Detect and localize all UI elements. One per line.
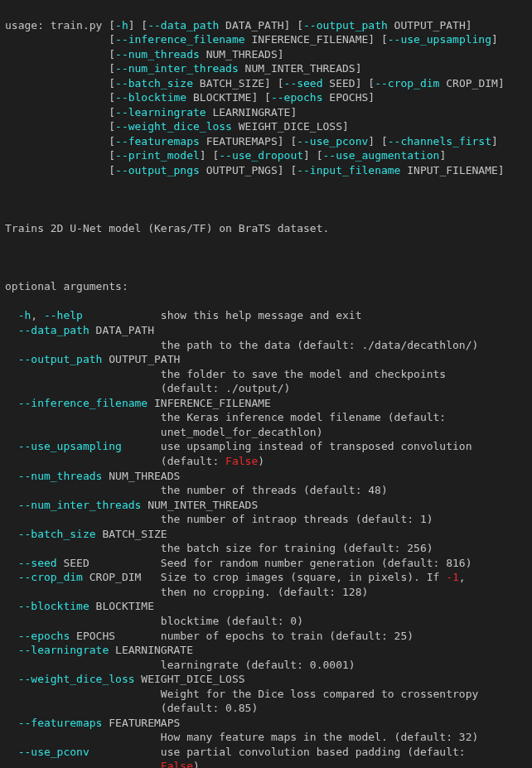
cli-flag: --num_inter_threads	[115, 62, 239, 75]
arg-row: --featuremaps FEATUREMAPS	[5, 716, 527, 731]
arg-flag-column: --num_inter_threads NUM_INTER_THREADS	[5, 498, 161, 513]
cli-text: LEARNINGRATE]	[206, 106, 297, 118]
cli-text: the Keras inference model filename (defa…	[161, 411, 452, 438]
usage-indent	[5, 134, 109, 149]
usage-indent	[5, 32, 109, 47]
usage-indent	[5, 119, 109, 134]
cli-flag: --inference_filename	[115, 33, 245, 46]
cli-flag: --help	[44, 309, 83, 321]
arg-flag-column: --use_upsampling	[5, 439, 161, 454]
arg-desc-row: learningrate (default: 0.0001)	[5, 658, 527, 673]
arg-description: blocktime (default: 0)	[161, 614, 485, 629]
arg-description: Size to crop images (square, in pixels).…	[161, 570, 485, 599]
arg-description: the number of intraop threads (default: …	[161, 512, 485, 527]
cli-flag: --crop_dim	[18, 571, 83, 583]
arg-flag-column: --weight_dice_loss WEIGHT_DICE_LOSS	[5, 672, 161, 687]
optional-arguments: -h, --helpshow this help message and exi…	[5, 308, 527, 768]
cli-flag: -h	[18, 309, 31, 321]
arg-flag-column: --inference_filename INFERENCE_FILENAME	[5, 396, 161, 411]
arg-row: --crop_dim CROP_DIMSize to crop images (…	[5, 570, 527, 599]
cli-text: SEED] [	[323, 77, 375, 89]
cli-flag: --data_path	[148, 19, 219, 31]
cli-flag: --weight_dice_loss	[18, 673, 135, 685]
cli-flag: --use_upsampling	[18, 440, 122, 452]
cli-flag: --num_threads	[115, 48, 200, 60]
cli-flag: --num_inter_threads	[18, 499, 142, 511]
description-line: Trains 2D U-Net model (Keras/TF) on BraT…	[5, 221, 527, 236]
cli-text: INFERENCE_FILENAME] [	[245, 33, 388, 46]
arg-row: --weight_dice_loss WEIGHT_DICE_LOSS	[5, 672, 527, 687]
arg-desc-row: the Keras inference model filename (defa…	[5, 410, 527, 439]
cli-text: ] [	[303, 149, 322, 162]
arg-flag-column: --data_path DATA_PATH	[5, 323, 161, 338]
arg-desc-row: the number of threads (default: 48)	[5, 483, 527, 498]
arg-flag-column: --learningrate LEARNINGRATE	[5, 643, 161, 658]
cli-text: EPOCHS]	[323, 91, 375, 104]
section-header: optional arguments:	[5, 279, 527, 294]
arg-desc-row: the path to the data (default: ./data/de…	[5, 338, 527, 353]
cli-flag: --blocktime	[115, 91, 186, 104]
usage-line: [--output_pngs OUTPUT_PNGS] [--input_fil…	[5, 163, 527, 178]
arg-description: number of epochs to train (default: 25)	[161, 629, 485, 644]
cli-flag: -h	[115, 19, 128, 31]
arg-flag-column: --batch_size BATCH_SIZE	[5, 527, 161, 542]
cli-text: blocktime (default: 0)	[161, 615, 303, 627]
cli-text: How many feature maps in the model. (def…	[161, 731, 479, 743]
cli-text: learningrate (default: 0.0001)	[161, 659, 355, 671]
cli-text: [	[109, 77, 115, 89]
cli-text: CROP_DIM]	[439, 77, 504, 89]
arg-row: --use_upsamplinguse upsampling instead o…	[5, 439, 527, 468]
arg-desc-row: Weight for the Dice loss compared to cro…	[5, 687, 527, 716]
cli-flag: --epochs	[18, 630, 70, 642]
blank-line	[5, 192, 527, 207]
cli-flag: --seed	[18, 557, 57, 569]
cli-text: DATA_PATH] [	[219, 19, 303, 31]
cli-text: )	[193, 760, 200, 768]
cli-flag: --learningrate	[115, 106, 206, 118]
arg-flag-column: --use_pconv	[5, 745, 161, 760]
cli-flag: --output_pngs	[115, 164, 200, 176]
cli-text: ] [	[368, 135, 387, 147]
cli-text: [	[109, 135, 115, 147]
usage-indent	[5, 90, 109, 105]
arg-row: --blocktime BLOCKTIME	[5, 599, 527, 614]
arg-flag-column: --crop_dim CROP_DIM	[5, 570, 161, 585]
blank-line	[5, 250, 527, 265]
cli-flag: --use_pconv	[18, 746, 89, 758]
cli-flag: --output_path	[303, 19, 388, 31]
usage-line: [--inference_filename INFERENCE_FILENAME…	[5, 32, 527, 47]
arg-flag-column: -h, --help	[5, 308, 161, 323]
cli-text: [	[109, 164, 115, 176]
usage-indent	[5, 148, 109, 163]
arg-description: show this help message and exit	[161, 308, 485, 323]
usage-line: [--num_inter_threads NUM_INTER_THREADS]	[5, 61, 527, 76]
arg-description: Seed for random number generation (defau…	[161, 556, 485, 571]
cli-flag: --num_threads	[18, 470, 103, 482]
arg-desc-row: the folder to save the model and checkpo…	[5, 367, 527, 396]
cli-text: [	[109, 48, 115, 60]
cli-flag: --input_filename	[297, 164, 400, 176]
cli-flag: --batch_size	[115, 77, 193, 89]
cli-literal: False	[161, 760, 193, 768]
arg-description: How many feature maps in the model. (def…	[161, 730, 485, 745]
arg-description: the number of threads (default: 48)	[161, 483, 485, 498]
cli-literal: -1	[446, 571, 459, 583]
arg-row: --epochs EPOCHSnumber of epochs to train…	[5, 629, 527, 644]
cli-flag: --print_model	[115, 149, 200, 162]
cli-text: WEIGHT_DICE_LOSS]	[232, 120, 349, 133]
usage-line: [--weight_dice_loss WEIGHT_DICE_LOSS]	[5, 119, 527, 134]
cli-text: the batch size for training (default: 25…	[161, 542, 433, 554]
cli-flag: --output_path	[18, 353, 103, 365]
cli-flag: --data_path	[18, 324, 89, 336]
arg-row: --use_pconvuse partial convolution based…	[5, 745, 527, 768]
cli-flag: --weight_dice_loss	[115, 120, 232, 133]
cli-text: number of epochs to train (default: 25)	[161, 630, 414, 642]
usage-indent	[5, 61, 109, 76]
cli-text: OUTPUT_PATH]	[388, 19, 472, 31]
cli-flag: --learningrate	[18, 644, 109, 656]
cli-text: ,	[31, 309, 44, 321]
cli-flag: --crop_dim	[375, 77, 439, 89]
arg-row: --data_path DATA_PATH	[5, 323, 527, 338]
cli-text: OUTPUT_PNGS] [	[200, 164, 297, 176]
cli-flag: --featuremaps	[18, 717, 103, 729]
